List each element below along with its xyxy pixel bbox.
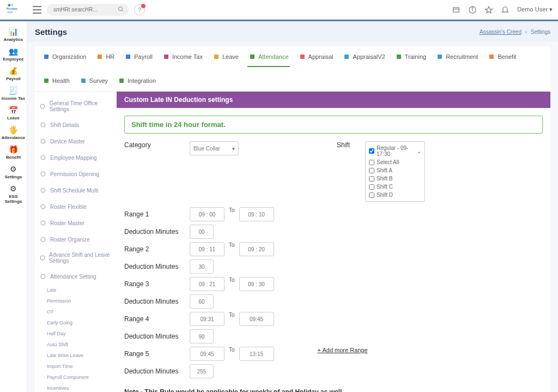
rail-item-employee[interactable]: 👥Employee (0, 44, 27, 64)
sidemenu-shift-details[interactable]: Shift Details (37, 117, 114, 133)
sidemenu-roster-flexible[interactable]: Roster Flexible (37, 198, 114, 215)
submenu-incentives[interactable]: Incentives (47, 383, 114, 392)
rail-item-leave[interactable]: 📅Leave (0, 103, 27, 123)
sidemenu-roster-organize[interactable]: Roster Organize (37, 231, 114, 248)
shift-option[interactable]: Shift A (369, 166, 421, 174)
range-3-to[interactable] (239, 277, 274, 291)
deduction-2-value[interactable] (190, 260, 214, 274)
sidemenu-device-master[interactable]: Device Master (37, 133, 114, 149)
sidemenu-icon (39, 236, 47, 243)
rail-icon: ⚙ (8, 184, 20, 194)
star-icon[interactable] (484, 5, 493, 14)
org-icon[interactable] (452, 5, 460, 14)
range-1-from[interactable] (190, 207, 225, 221)
search-icon[interactable] (118, 6, 124, 13)
submenu-permission[interactable]: Permission (47, 295, 114, 306)
deduction-3-value[interactable] (190, 294, 214, 309)
svg-point-33 (41, 237, 45, 242)
tab-integration[interactable]: Integration (117, 75, 157, 91)
rail-item-ess-settings[interactable]: ⚙ESS Settings (0, 182, 27, 206)
range-3-from[interactable] (190, 277, 225, 291)
sidemenu-general-time-office-settings[interactable]: General Time Office Settings (37, 96, 114, 117)
top-bar: PocketHRMS ? Demo User ▾ (0, 0, 558, 20)
svg-rect-21 (489, 55, 494, 59)
svg-rect-24 (119, 79, 124, 83)
sidemenu-icon (39, 102, 46, 110)
range-4-to[interactable] (239, 312, 274, 326)
shift-option[interactable]: Select All (369, 158, 421, 166)
range-2-from[interactable] (190, 242, 225, 256)
tab-icon (395, 53, 403, 61)
svg-point-27 (41, 139, 45, 143)
sidemenu-roster-master[interactable]: Roster Master (37, 215, 114, 231)
submenu-half-day[interactable]: Half Day (47, 328, 114, 339)
deduction-5-value[interactable] (190, 364, 214, 378)
submenu-late[interactable]: Late (47, 285, 114, 295)
svg-rect-17 (300, 55, 305, 59)
help-icon[interactable]: ? (134, 4, 145, 15)
submenu-auto-shift[interactable]: Auto Shift (47, 339, 114, 350)
range-label: Range 2 (124, 242, 190, 253)
range-4-from[interactable] (190, 312, 225, 326)
shift-option[interactable]: Shift B (369, 174, 421, 183)
tab-training[interactable]: Training (394, 51, 427, 67)
tab-organization[interactable]: Organization (41, 51, 87, 67)
sidemenu-icon (39, 254, 46, 262)
sidemenu-advance-shift-and-leave-settings[interactable]: Advance Shift and Leave Settings (37, 248, 114, 268)
tab-leave[interactable]: Leave (211, 51, 240, 67)
bell-icon[interactable] (501, 5, 510, 14)
rail-item-analytics[interactable]: 📊Analytics (0, 25, 27, 44)
tab-payroll[interactable]: Payroll (123, 51, 154, 67)
submenu-early-going[interactable]: Early Going (47, 317, 114, 328)
svg-text:Pocket: Pocket (7, 7, 17, 10)
sidemenu-employee-mapping[interactable]: Employee Mapping (37, 149, 114, 166)
svg-line-4 (122, 10, 124, 11)
tab-icon (124, 53, 132, 61)
rail-item-payroll[interactable]: 💰Payroll (0, 64, 27, 83)
shift-option[interactable]: Shift D (369, 191, 421, 199)
deduction-4-value[interactable] (190, 329, 214, 343)
rail-item-attendance[interactable]: 🖐Attendance (0, 123, 27, 142)
tab-attendance[interactable]: Attendance (247, 51, 290, 67)
submenu-payroll-component[interactable]: Payroll Component (47, 372, 114, 383)
svg-rect-11 (44, 55, 48, 59)
global-search-input[interactable] (47, 4, 129, 16)
tab-icon (299, 53, 306, 61)
tab-appraisal[interactable]: Appraisal (298, 51, 335, 67)
rail-item-income-tax[interactable]: 🧾Income Tax (0, 83, 27, 103)
rail-item-settings[interactable]: ⚙Settings (0, 162, 27, 182)
user-menu[interactable]: Demo User ▾ (517, 6, 553, 13)
sidemenu-permission-opening[interactable]: Permission Opening (37, 166, 114, 182)
tab-benefit[interactable]: Benefit (487, 51, 517, 67)
tab-income tax[interactable]: Income Tax (161, 51, 204, 67)
range-2-to[interactable] (239, 242, 274, 256)
breadcrumb-org[interactable]: Assassin's Creed (480, 29, 521, 35)
range-5-from[interactable] (190, 347, 225, 361)
to-label: To (229, 312, 235, 318)
shift-multiselect[interactable]: Regular - 09- 17:30⌄ Select AllShift ASh… (365, 141, 425, 202)
range-1-to[interactable] (239, 207, 274, 221)
rail-item-benefit[interactable]: 🎁Benefit (0, 142, 27, 162)
tab-survey[interactable]: Survey (78, 75, 109, 91)
svg-point-29 (41, 172, 45, 176)
app-logo: PocketHRMS (5, 2, 27, 17)
sidemenu-attendance-setting[interactable]: Attendance Setting (37, 268, 114, 285)
svg-rect-15 (214, 55, 219, 59)
submenu-import-time[interactable]: Import Time (47, 361, 114, 372)
submenu-late-wise-leave[interactable]: Late Wise Leave (47, 350, 114, 361)
deduction-label: Deduction Minutes (124, 225, 190, 236)
tab-recruitment[interactable]: Recruitment (435, 51, 479, 67)
tab-hr[interactable]: HR (95, 51, 116, 67)
shift-option[interactable]: Shift C (369, 183, 421, 191)
add-more-range[interactable]: + Add more Range (318, 347, 368, 353)
tab-icon (436, 53, 444, 61)
menu-toggle-icon[interactable] (33, 6, 41, 14)
sidemenu-shift-schedule-multi[interactable]: Shift Schedule Multi (37, 182, 114, 198)
deduction-1-value[interactable] (190, 225, 214, 239)
submenu-ot[interactable]: OT (47, 306, 114, 317)
tab-appraisalv2[interactable]: AppraisalV2 (342, 51, 386, 67)
tab-health[interactable]: Health (41, 75, 71, 91)
range-5-to[interactable] (239, 347, 274, 361)
category-select[interactable]: Blue Collar▾ (190, 141, 239, 155)
info-icon[interactable] (468, 5, 477, 14)
